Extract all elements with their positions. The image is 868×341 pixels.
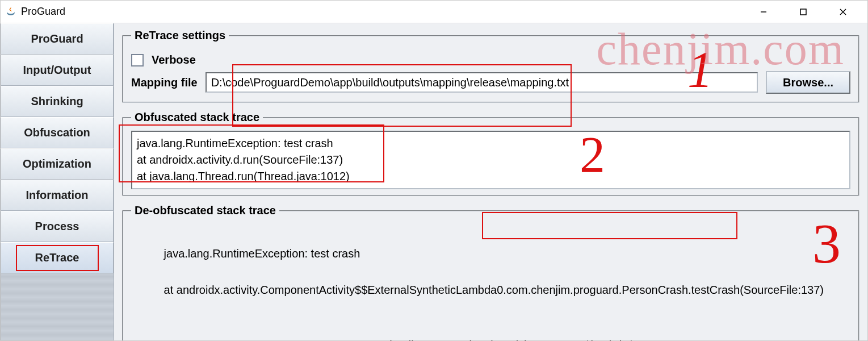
verbose-label: Verbose <box>152 53 196 66</box>
browse-button[interactable]: Browse... <box>766 71 850 94</box>
deobf-line: java.lang.RuntimeException: test crash <box>164 247 360 260</box>
sidebar-item-label: Optimization <box>23 157 91 170</box>
app-window: ProGuard ProGuard Input/Output Shrinking… <box>0 0 868 341</box>
sidebar-item-label: ProGuard <box>31 32 83 45</box>
verbose-checkbox[interactable] <box>131 54 144 66</box>
retrace-settings-legend: ReTrace settings <box>131 29 229 42</box>
sidebar-item-proguard[interactable]: ProGuard <box>1 23 114 55</box>
titlebar: ProGuard <box>1 1 867 23</box>
sidebar-item-label: Input/Output <box>23 64 91 77</box>
sidebar-item-label: Process <box>35 220 79 233</box>
sidebar-item-process[interactable]: Process <box>1 211 114 242</box>
obfuscated-group: Obfuscated stack trace java.lang.Runtime… <box>122 111 859 196</box>
sidebar-item-label: Information <box>26 189 89 202</box>
sidebar-item-label: Obfuscation <box>24 126 90 139</box>
deobfuscated-stack-text: java.lang.RuntimeException: test crash a… <box>131 224 850 340</box>
body: ProGuard Input/Output Shrinking Obfuscat… <box>1 23 867 340</box>
sidebar-item-obfuscation[interactable]: Obfuscation <box>1 117 114 148</box>
sidebar-item-optimization[interactable]: Optimization <box>1 148 114 180</box>
deobfuscated-group: De-obfuscated stack trace java.lang.Runt… <box>122 204 859 340</box>
sidebar-filler <box>1 273 114 340</box>
java-cup-icon <box>5 6 16 18</box>
close-button[interactable] <box>830 3 856 20</box>
mapping-file-input[interactable] <box>206 72 758 93</box>
main-panel: ReTrace settings Verbose Mapping file Br… <box>114 23 867 340</box>
sidebar-item-input-output[interactable]: Input/Output <box>1 55 114 86</box>
window-title: ProGuard <box>21 6 65 18</box>
mapping-file-label: Mapping file <box>131 76 198 89</box>
deobf-line: com.chenjim.proguard.MainActivity.onCrea… <box>132 335 849 340</box>
sidebar-item-label: ReTrace <box>35 251 79 264</box>
deobf-line: at androidx.activity.ComponentActivity$$… <box>164 284 824 296</box>
sidebar-item-retrace[interactable]: ReTrace <box>1 242 114 273</box>
sidebar-item-information[interactable]: Information <box>1 180 114 211</box>
obfuscated-legend: Obfuscated stack trace <box>131 111 263 124</box>
deobfuscated-legend: De-obfuscated stack trace <box>131 204 279 217</box>
sidebar-item-shrinking[interactable]: Shrinking <box>1 86 114 117</box>
svg-rect-1 <box>800 9 806 15</box>
retrace-settings-group: ReTrace settings Verbose Mapping file Br… <box>122 29 859 103</box>
sidebar: ProGuard Input/Output Shrinking Obfuscat… <box>1 23 114 340</box>
obfuscated-stack-textarea[interactable]: java.lang.RuntimeException: test crash a… <box>131 131 850 189</box>
minimize-button[interactable] <box>750 3 777 20</box>
sidebar-item-label: Shrinking <box>31 95 83 108</box>
maximize-button[interactable] <box>790 3 816 20</box>
window-controls <box>750 3 863 20</box>
